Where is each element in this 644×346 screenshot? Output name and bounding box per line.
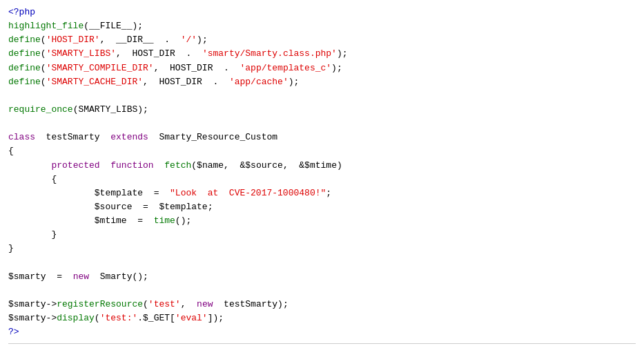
code-line-24: ?>: [8, 325, 636, 339]
code-line-6: define('SMARTY_CACHE_DIR', HOST_DIR . 'a…: [8, 75, 636, 89]
code-line-15: $source = $template;: [8, 200, 636, 214]
func-fetch: fetch: [164, 160, 191, 171]
kw-function: function: [110, 160, 153, 171]
func-time: time: [154, 215, 175, 226]
php-close-tag: ?>: [8, 327, 19, 337]
code-line-5: define('SMARTY_COMPILE_DIR', HOST_DIR . …: [8, 61, 636, 75]
func-define-2: define: [8, 48, 41, 59]
code-line-22: $smarty->registerResource('test', new te…: [8, 298, 636, 311]
code-line-4: define('SMARTY_LIBS', HOST_DIR . 'smarty…: [8, 47, 636, 61]
func-define-3: define: [8, 63, 41, 73]
code-line-23: $smarty->display('test:'.$_GET['eval']);: [8, 311, 636, 325]
php-open-tag: <?php: [8, 7, 35, 17]
code-line-10: class testSmarty extends Smarty_Resource…: [8, 131, 636, 144]
code-line-3: define('HOST_DIR', __DIR__ . '/');: [8, 33, 636, 47]
code-line-9: [8, 117, 636, 131]
code-container: <?php highlight_file(__FILE__); define('…: [0, 0, 644, 346]
func-require: require_once: [8, 104, 73, 115]
str-template-val: "Look at CVE-2017-1000480!": [170, 188, 326, 198]
func-register: registerResource: [57, 299, 143, 309]
code-line-19: [8, 256, 636, 270]
func-display: display: [57, 313, 95, 323]
code-line-20: $smarty = new Smarty();: [8, 270, 636, 284]
separator: [8, 343, 636, 344]
kw-class: class: [8, 132, 35, 142]
kw-protected: protected: [51, 160, 99, 171]
code-line-11: {: [8, 144, 636, 158]
code-line-14: $template = "Look at CVE-2017-1000480!";: [8, 186, 636, 200]
code-line-16: $mtime = time();: [8, 214, 636, 228]
code-line-18: }: [8, 242, 636, 256]
func-define-4: define: [8, 77, 41, 87]
class-smarty: Smarty: [100, 271, 133, 282]
code-line-2: highlight_file(__FILE__);: [8, 19, 636, 33]
code-line-7: [8, 89, 636, 103]
kw-new-2: new: [197, 299, 213, 309]
code-line-1: <?php: [8, 6, 636, 19]
code-line-12: protected function fetch($name, &$source…: [8, 159, 636, 173]
str-host-dir: 'HOST_DIR': [46, 35, 100, 45]
code-line-8: require_once(SMARTY_LIBS);: [8, 103, 636, 117]
kw-new-1: new: [73, 271, 89, 282]
func-highlight: highlight_file: [8, 21, 84, 31]
func-define-1: define: [8, 35, 41, 45]
code-line-13: {: [8, 173, 636, 186]
code-line-21: [8, 284, 636, 298]
kw-extends: extends: [110, 132, 148, 142]
code-line-17: }: [8, 228, 636, 242]
